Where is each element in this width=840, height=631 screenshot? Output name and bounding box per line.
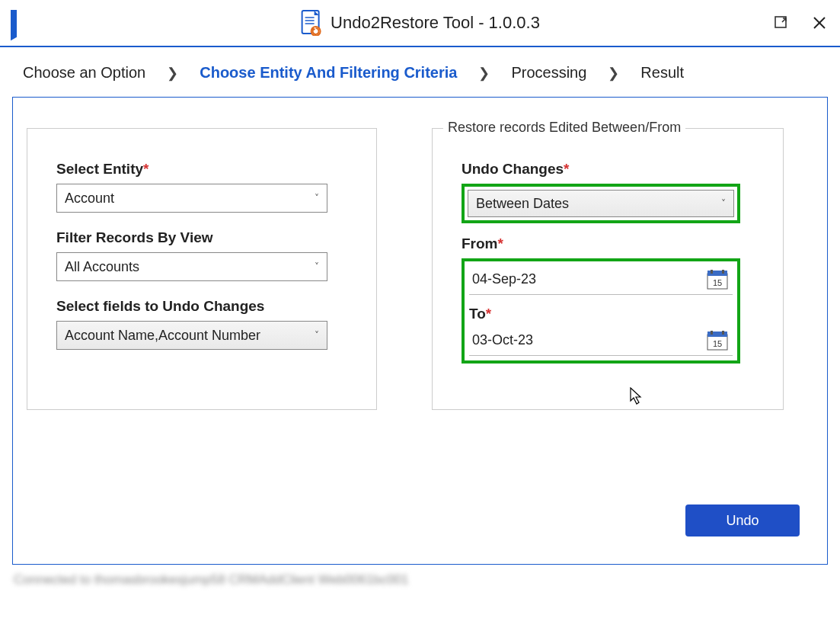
to-label: To*: [469, 306, 733, 322]
title-bar: Undo2Restore Tool - 1.0.0.3: [0, 0, 840, 47]
calendar-icon[interactable]: 15: [707, 270, 728, 290]
chevron-right-icon: ❯: [478, 65, 490, 82]
date-range-box: Restore records Edited Between/From Undo…: [432, 128, 784, 410]
from-date-input[interactable]: 04-Sep-23 15: [469, 264, 733, 295]
chevron-down-icon: ˅: [315, 261, 319, 272]
chevron-down-icon: ˅: [721, 198, 726, 209]
step-choose-option[interactable]: Choose an Option: [23, 64, 145, 82]
date-value: 03-Oct-23: [472, 332, 533, 348]
svg-rect-11: [722, 270, 724, 274]
filter-records-label: Filter Records By View: [56, 229, 347, 246]
highlight-outline: Between Dates ˅: [462, 184, 740, 223]
undo-changes-label: Undo Changes*: [462, 161, 754, 178]
svg-rect-14: [707, 332, 727, 337]
date-value: 04-Sep-23: [472, 271, 536, 287]
required-asterisk: *: [498, 235, 503, 251]
svg-text:15: 15: [713, 278, 722, 287]
label-text: To: [469, 306, 486, 322]
select-fields-label: Select fields to Undo Changes: [56, 298, 347, 315]
select-value: Account Name,Account Number: [65, 328, 260, 344]
filter-records-dropdown[interactable]: All Accounts ˅: [56, 252, 327, 281]
select-value: Account: [65, 191, 114, 207]
select-value: Between Dates: [476, 196, 569, 212]
maximize-button[interactable]: [773, 14, 790, 31]
undo-button[interactable]: Undo: [685, 504, 800, 537]
main-panel: Select Entity* Account ˅ Filter Records …: [12, 97, 828, 565]
step-result: Result: [640, 64, 684, 82]
chevron-right-icon: ❯: [167, 65, 178, 82]
document-restore-icon: [300, 10, 321, 36]
window-controls: [773, 14, 828, 31]
required-asterisk: *: [143, 161, 149, 177]
fieldset-legend: Restore records Edited Between/From: [443, 120, 685, 136]
app-title: Undo2Restore Tool - 1.0.0.3: [331, 13, 540, 33]
svg-rect-10: [711, 270, 713, 274]
chevron-right-icon: ❯: [608, 65, 619, 82]
undo-changes-dropdown[interactable]: Between Dates ˅: [468, 190, 734, 217]
select-fields-dropdown[interactable]: Account Name,Account Number ˅: [56, 321, 327, 350]
title-center: Undo2Restore Tool - 1.0.0.3: [300, 10, 540, 36]
step-choose-entity[interactable]: Choose Entity And Filtering Criteria: [200, 64, 457, 82]
cursor-icon: [630, 387, 644, 405]
calendar-icon[interactable]: 15: [707, 331, 728, 351]
select-entity-label: Select Entity*: [56, 161, 347, 178]
svg-text:15: 15: [713, 339, 722, 348]
svg-rect-16: [722, 331, 724, 335]
select-value: All Accounts: [65, 259, 139, 275]
to-date-input[interactable]: 03-Oct-23 15: [469, 325, 733, 356]
label-text: Select Entity: [56, 161, 143, 177]
required-asterisk: *: [564, 161, 569, 177]
step-processing: Processing: [511, 64, 586, 82]
brand-icon: [11, 10, 17, 36]
connection-status: Connected to thomasbrookesjump58 CRMAddC…: [0, 565, 840, 595]
highlight-outline: 04-Sep-23 15 To* 03-Oc: [462, 258, 740, 364]
entity-filter-box: Select Entity* Account ˅ Filter Records …: [27, 128, 377, 410]
chevron-down-icon: ˅: [315, 193, 319, 203]
wizard-steps: Choose an Option ❯ Choose Entity And Fil…: [0, 47, 840, 97]
select-entity-dropdown[interactable]: Account ˅: [56, 184, 327, 213]
chevron-down-icon: ˅: [315, 330, 319, 341]
required-asterisk: *: [486, 306, 491, 322]
label-text: Undo Changes: [462, 161, 564, 177]
svg-rect-9: [707, 271, 727, 276]
label-text: From: [462, 235, 498, 251]
close-button[interactable]: [811, 14, 828, 31]
from-label: From*: [462, 235, 754, 252]
svg-rect-15: [711, 331, 713, 335]
